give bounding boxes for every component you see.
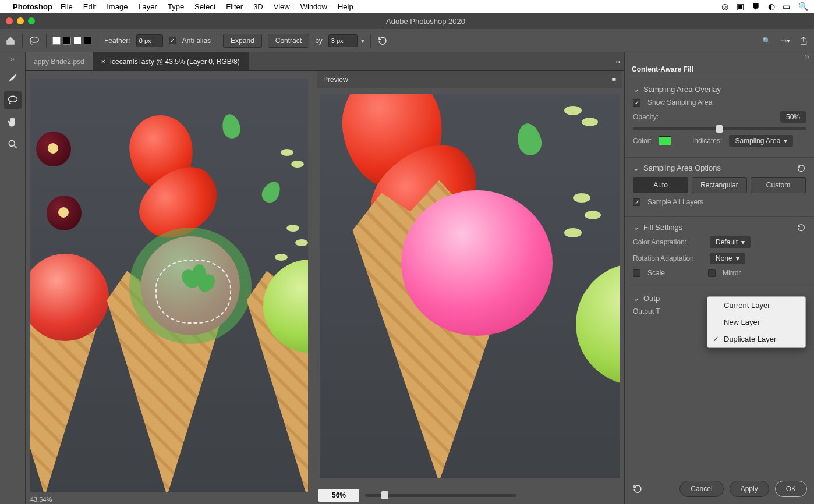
preview-canvas[interactable]: Preview ≡ 56% xyxy=(315,71,624,504)
ok-button[interactable]: OK xyxy=(775,481,807,497)
content-aware-panel: ›› Content-Aware Fill ⌄Sampling Area Ove… xyxy=(624,52,814,504)
output-option-current[interactable]: Current Layer xyxy=(707,297,805,314)
overlay-color-swatch[interactable] xyxy=(659,136,671,145)
mode-rectangular-button[interactable]: Rectangular xyxy=(692,177,747,193)
preview-title: Preview xyxy=(323,76,348,84)
reset-icon[interactable] xyxy=(795,162,807,174)
menu-help[interactable]: Help xyxy=(338,2,353,11)
panel-title: Content-Aware Fill xyxy=(625,59,814,79)
indicates-dropdown[interactable]: Sampling Area▾ xyxy=(729,135,793,147)
reset-all-icon[interactable] xyxy=(632,483,643,495)
contract-button[interactable]: Contract xyxy=(268,34,309,48)
section-sampling-overlay: ⌄Sampling Area Overlay Show Sampling Are… xyxy=(625,79,814,158)
output-to-popup: Current Layer New Layer Duplicate Layer xyxy=(707,296,806,348)
window-titlebar: Adobe Photoshop 2020 xyxy=(0,13,814,29)
cc-icon[interactable]: ◎ xyxy=(721,2,728,11)
antialias-label: Anti-alias xyxy=(182,37,211,45)
svg-point-1 xyxy=(8,96,17,102)
output-option-duplicate[interactable]: Duplicate Layer xyxy=(707,331,805,347)
zoom-slider[interactable] xyxy=(365,494,516,497)
chevron-down-icon[interactable]: ⌄ xyxy=(633,294,639,303)
menu-edit[interactable]: Edit xyxy=(83,2,96,11)
by-label: by xyxy=(315,37,323,45)
show-sampling-checkbox[interactable] xyxy=(633,99,640,107)
panel-collapse-icon[interactable]: ›› xyxy=(625,52,814,59)
source-canvas[interactable]: 43.54% xyxy=(26,71,315,504)
display-icon[interactable]: ▭ xyxy=(783,2,790,11)
feather-label: Feather: xyxy=(104,37,130,45)
menu-layer[interactable]: Layer xyxy=(138,2,157,11)
close-tab-icon[interactable]: × xyxy=(101,58,105,66)
menu-file[interactable]: File xyxy=(61,2,73,11)
panel-menu-icon[interactable]: ≡ xyxy=(611,75,616,84)
workspace: 43.54% Preview ≡ 56% xyxy=(26,71,624,504)
menu-type[interactable]: Type xyxy=(168,2,184,11)
panel-actions: Cancel Apply OK xyxy=(625,474,814,504)
scale-checkbox[interactable] xyxy=(633,269,640,277)
svg-point-0 xyxy=(30,37,38,42)
mode-auto-button[interactable]: Auto xyxy=(633,177,688,193)
cancel-button[interactable]: Cancel xyxy=(679,481,723,497)
home-icon[interactable] xyxy=(5,35,16,47)
by-input[interactable] xyxy=(328,34,358,47)
chevron-down-icon[interactable]: ⌄ xyxy=(633,223,639,232)
menu-filter[interactable]: Filter xyxy=(226,2,243,11)
antialias-checkbox[interactable] xyxy=(169,37,176,44)
search-icon[interactable]: 🔍 xyxy=(760,35,772,47)
tray-icon[interactable]: ▣ xyxy=(737,2,744,11)
section-sampling-options: ⌄Sampling Area Options Auto Rectangular … xyxy=(625,158,814,217)
expand-handle-icon[interactable]: ›› xyxy=(10,56,15,62)
lasso-tool-icon[interactable] xyxy=(4,91,22,109)
close-window-button[interactable] xyxy=(6,17,13,24)
chevron-down-icon[interactable]: ▾ xyxy=(361,37,364,45)
shield-icon[interactable]: ⛊ xyxy=(752,2,760,11)
tab-bride[interactable]: appy Bride2.psd xyxy=(26,52,93,70)
search-icon[interactable]: 🔍 xyxy=(798,2,808,11)
hand-tool-icon[interactable] xyxy=(4,113,22,131)
menu-select[interactable]: Select xyxy=(194,2,215,11)
workspace-icon[interactable]: ▭▾ xyxy=(779,35,791,47)
minimize-window-button[interactable] xyxy=(17,17,24,24)
window-title: Adobe Photoshop 2020 xyxy=(43,17,808,26)
svg-point-2 xyxy=(9,140,15,146)
section-output-settings: ⌄Outp Output T Current Layer New Layer D… xyxy=(625,288,814,346)
toolbox: ›› xyxy=(0,52,26,504)
opacity-slider[interactable] xyxy=(633,127,806,130)
options-bar: Feather: Anti-alias Expand Contract by ▾… xyxy=(0,29,814,52)
reset-icon[interactable] xyxy=(377,35,388,47)
traffic-lights xyxy=(6,17,35,24)
feather-input[interactable] xyxy=(136,34,163,47)
maximize-window-button[interactable] xyxy=(28,17,35,24)
opacity-value[interactable]: 50% xyxy=(780,111,806,123)
expand-button[interactable]: Expand xyxy=(223,34,262,48)
chevron-down-icon[interactable]: ⌄ xyxy=(633,85,639,94)
reset-icon[interactable] xyxy=(795,222,807,233)
sample-all-layers-checkbox[interactable] xyxy=(633,198,640,206)
share-icon[interactable] xyxy=(798,35,809,47)
menu-3d[interactable]: 3D xyxy=(253,2,263,11)
output-option-new[interactable]: New Layer xyxy=(707,314,805,331)
tab-icecream[interactable]: × IcecamIsTasty @ 43.5% (Layer 0, RGB/8) xyxy=(93,52,249,70)
menu-view[interactable]: View xyxy=(274,2,290,11)
zoom-input[interactable]: 56% xyxy=(318,489,359,502)
menu-image[interactable]: Image xyxy=(107,2,128,11)
tab-overflow-icon[interactable]: ›› xyxy=(611,52,624,70)
lasso-icon[interactable] xyxy=(29,35,40,47)
mode-custom-button[interactable]: Custom xyxy=(751,177,806,193)
rotation-adaptation-dropdown[interactable]: None▾ xyxy=(710,253,745,264)
menu-window[interactable]: Window xyxy=(300,2,327,11)
section-fill-settings: ⌄Fill Settings Color Adaptation: Default… xyxy=(625,217,814,288)
brush-tool-icon[interactable] xyxy=(4,69,22,87)
macos-menubar: Photoshop File Edit Image Layer Type Sel… xyxy=(0,0,814,13)
tab-label: IcecamIsTasty @ 43.5% (Layer 0, RGB/8) xyxy=(110,58,240,66)
apply-button[interactable]: Apply xyxy=(730,481,769,497)
color-adaptation-dropdown[interactable]: Default▾ xyxy=(710,236,751,248)
zoom-readout-left: 43.54% xyxy=(30,496,52,503)
mirror-checkbox[interactable] xyxy=(708,269,716,277)
overlay-swatches[interactable] xyxy=(52,37,92,45)
zoom-tool-icon[interactable] xyxy=(4,136,22,153)
macos-tray: ◎ ▣ ⛊ ◐ ▭ 🔍 xyxy=(716,2,808,11)
clock-icon[interactable]: ◐ xyxy=(768,2,775,11)
app-name[interactable]: Photoshop xyxy=(13,2,52,11)
chevron-down-icon[interactable]: ⌄ xyxy=(633,164,639,172)
